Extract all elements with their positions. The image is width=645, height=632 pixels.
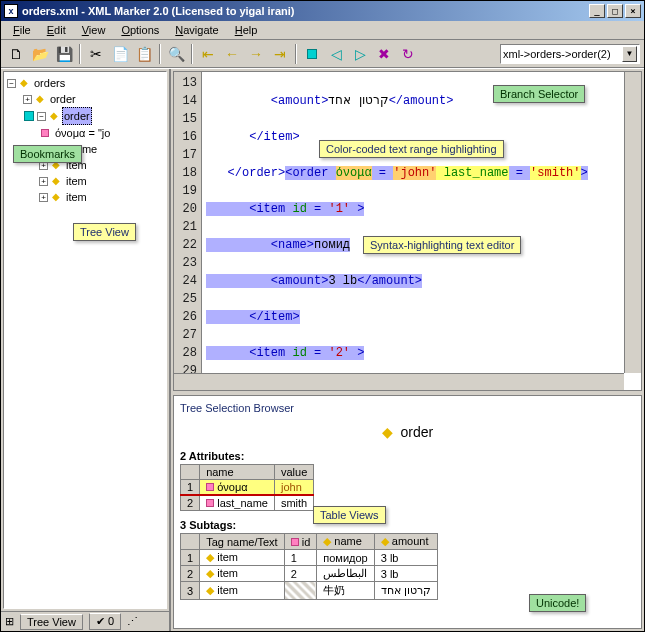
- tree-tab[interactable]: Tree View: [20, 614, 83, 630]
- line-number: 17: [176, 146, 197, 164]
- vertical-scrollbar[interactable]: [624, 72, 641, 373]
- nav-last-button[interactable]: ⇥: [269, 43, 291, 65]
- new-file-button[interactable]: 🗋: [5, 43, 27, 65]
- tree-resize-grip-icon[interactable]: ⋰: [127, 615, 138, 628]
- browser-title: Tree Selection Browser: [180, 402, 635, 414]
- toolbar-separator: [159, 44, 161, 64]
- collapse-icon[interactable]: −: [7, 79, 16, 88]
- menu-help[interactable]: Help: [227, 22, 266, 38]
- bookmark-next-button[interactable]: ▷: [349, 43, 371, 65]
- collapse-icon[interactable]: −: [37, 112, 46, 121]
- tree-label: item: [64, 173, 89, 189]
- line-number: 14: [176, 92, 197, 110]
- attributes-table[interactable]: name value 1 όνομα john 2 last_name smit…: [180, 464, 314, 511]
- tree-label: order: [62, 107, 92, 125]
- horizontal-scrollbar[interactable]: [174, 373, 624, 390]
- callout-unicode: Unicode!: [529, 594, 586, 612]
- line-number: 20: [176, 200, 197, 218]
- paste-button[interactable]: 📋: [133, 43, 155, 65]
- refresh-button[interactable]: ↻: [397, 43, 419, 65]
- expand-icon[interactable]: +: [23, 95, 32, 104]
- callout-syntax-editor: Syntax-highlighting text editor: [363, 236, 521, 254]
- code-editor[interactable]: 13 14 15 16 17 18 19 20 21 22 23 24 25 2…: [173, 71, 642, 391]
- bookmark-button[interactable]: [301, 43, 323, 65]
- line-number: 26: [176, 308, 197, 326]
- open-file-button[interactable]: 📂: [29, 43, 51, 65]
- line-number: 22: [176, 236, 197, 254]
- row-number: 2: [181, 566, 200, 582]
- table-header: [181, 534, 200, 550]
- chevron-down-icon[interactable]: ▼: [622, 46, 637, 62]
- tree-node[interactable]: + ◆ item: [39, 173, 163, 189]
- table-header[interactable]: ◆ amount: [374, 534, 437, 550]
- copy-button[interactable]: 📄: [109, 43, 131, 65]
- expand-icon[interactable]: +: [39, 193, 48, 202]
- table-header[interactable]: name: [200, 465, 275, 480]
- attribute-icon: [39, 127, 51, 139]
- table-header[interactable]: Tag name/Text: [200, 534, 285, 550]
- tree-node-root[interactable]: − ◆ orders: [7, 75, 163, 91]
- line-gutter: 13 14 15 16 17 18 19 20 21 22 23 24 25 2…: [174, 72, 202, 390]
- cell-name: помидор: [317, 550, 374, 566]
- table-row[interactable]: 1 ◆ item 1 помидор 3 lb: [181, 550, 438, 566]
- menu-navigate[interactable]: Navigate: [167, 22, 226, 38]
- maximize-button[interactable]: □: [607, 4, 623, 18]
- callout-tree-view: Tree View: [73, 223, 136, 241]
- close-button[interactable]: ×: [625, 4, 641, 18]
- cell-id: 2: [284, 566, 317, 582]
- nav-prev-button[interactable]: ←: [221, 43, 243, 65]
- tree-node-selected[interactable]: − ◆ order: [23, 107, 163, 125]
- line-number: 19: [176, 182, 197, 200]
- callout-branch-selector: Branch Selector: [493, 85, 585, 103]
- browser-head-label: order: [401, 424, 434, 440]
- cell-attr-name: όνομα: [200, 480, 275, 496]
- code-line: <amount>3 lb</amount>: [206, 272, 637, 290]
- find-button[interactable]: 🔍: [165, 43, 187, 65]
- element-icon: ◆: [50, 191, 62, 203]
- element-icon: ◆: [34, 93, 46, 105]
- cell-attr-value: smith: [274, 495, 313, 511]
- subtags-table[interactable]: Tag name/Text id ◆ name ◆ amount 1 ◆ ite…: [180, 533, 438, 600]
- minimize-button[interactable]: _: [589, 4, 605, 18]
- bookmark-prev-button[interactable]: ◁: [325, 43, 347, 65]
- tree-label: όνομα = "jo: [53, 125, 112, 141]
- code-area[interactable]: <amount>קרטון אחד</amount> </item> </ord…: [202, 72, 641, 390]
- app-icon: x: [4, 4, 18, 18]
- browser-heading: ◆ order: [180, 424, 635, 440]
- callout-table-views: Table Views: [313, 506, 386, 524]
- cell-id: [284, 582, 317, 600]
- branch-selector[interactable]: xml->orders->order(2) ▼: [500, 44, 640, 64]
- title-bar: x orders.xml - XML Marker 2.0 (Licensed …: [1, 1, 644, 21]
- expand-icon[interactable]: +: [39, 177, 48, 186]
- cut-button[interactable]: ✂: [85, 43, 107, 65]
- row-number: 3: [181, 582, 200, 600]
- nav-first-button[interactable]: ⇤: [197, 43, 219, 65]
- line-number: 13: [176, 74, 197, 92]
- menu-file[interactable]: File: [5, 22, 39, 38]
- table-row[interactable]: 3 ◆ item 牛奶 קרטון אחד: [181, 582, 438, 600]
- table-header[interactable]: id: [284, 534, 317, 550]
- element-icon: ◆: [50, 175, 62, 187]
- nav-next-button[interactable]: →: [245, 43, 267, 65]
- table-row[interactable]: 2 ◆ item 2 البطاطس 3 lb: [181, 566, 438, 582]
- menu-options[interactable]: Options: [113, 22, 167, 38]
- cell-amount: 3 lb: [374, 566, 437, 582]
- tree-node[interactable]: + ◆ item: [39, 189, 163, 205]
- attributes-caption: 2 Attributes:: [180, 450, 635, 462]
- tree-node-attr[interactable]: όνομα = "jo: [39, 125, 163, 141]
- tree-label: orders: [32, 75, 67, 91]
- toolbar-separator: [191, 44, 193, 64]
- branch-selector-value: xml->orders->order(2): [503, 48, 611, 60]
- menu-edit[interactable]: Edit: [39, 22, 74, 38]
- tree-label: order: [48, 91, 78, 107]
- table-row[interactable]: 1 όνομα john: [181, 480, 314, 496]
- window-title: orders.xml - XML Marker 2.0 (Licensed to…: [22, 5, 587, 17]
- menu-view[interactable]: View: [74, 22, 114, 38]
- table-header[interactable]: ◆ name: [317, 534, 374, 550]
- bookmark-clear-button[interactable]: ✖: [373, 43, 395, 65]
- tree-node[interactable]: + ◆ order: [23, 91, 163, 107]
- line-number: 15: [176, 110, 197, 128]
- table-header[interactable]: value: [274, 465, 313, 480]
- table-row[interactable]: 2 last_name smith: [181, 495, 314, 511]
- save-file-button[interactable]: 💾: [53, 43, 75, 65]
